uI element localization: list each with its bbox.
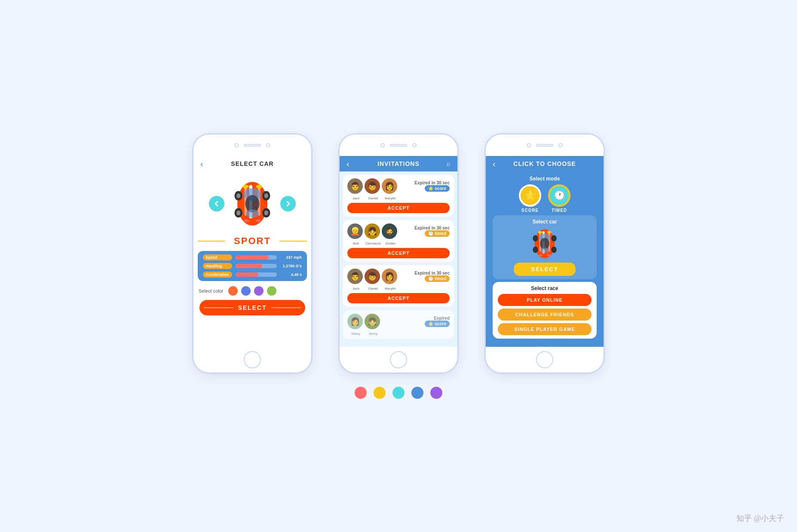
p1-color-label: Select color [199,288,223,294]
phone2-camera2 [412,143,417,147]
p2-name-clemance: Clemance [365,242,381,245]
svg-point-18 [264,211,268,215]
p2-badge-score-4: ⭐ score [425,321,450,327]
dot-red[interactable] [355,387,367,399]
p2-invite-info-1: Expired in 30 sec ⭐ score [399,180,450,192]
p1-speed-bar-bg [236,255,277,260]
p2-expired-2: Expired in 30 sec [414,226,450,230]
p2-names-1: Jack Daniel Marylin [347,196,450,200]
p3-timed-label: TIMED [552,208,567,213]
p1-handling-bar-bg [236,264,277,268]
p3-back-button[interactable]: ‹ [493,159,496,169]
p2-accept-btn-2[interactable]: ACCEPT [347,248,450,258]
p3-mode-row: ⭐ SCORE 🕐 TIMED [519,184,570,213]
p3-play-online-btn[interactable]: PLAY ONLINE [498,294,592,306]
phone1-top [193,135,311,156]
phone1-inner: ‹ SELECT CAR [193,156,311,347]
p2-accept-btn-1[interactable]: ACCEPT [347,203,450,213]
p3-mode-timed[interactable]: 🕐 TIMED [548,184,570,213]
svg-point-9 [244,219,249,222]
p2-badge-score-1: ⭐ score [425,185,450,192]
dot-yellow[interactable] [374,387,386,399]
p2-avatars-3: 👨 👦 👩 [347,269,397,284]
phone1-bottom [193,347,311,373]
svg-point-29 [547,254,551,256]
phone3-top [486,135,604,156]
p3-timed-icon[interactable]: 🕐 [548,184,570,207]
p2-name-jack-2: Jack [348,287,364,290]
phone2-home[interactable] [390,351,407,368]
p3-main: Select mode ⭐ SCORE 🕐 TIMED Select car [486,171,604,347]
p3-single-player-btn[interactable]: SINGLE PLAYER GAME [498,323,592,335]
p2-back-button[interactable]: ‹ [346,159,349,169]
p3-title: CLICK TO CHOOSE [513,160,576,167]
p1-accel-bar [236,272,258,277]
p2-search-icon[interactable]: ⌕ [446,160,451,168]
svg-point-30 [533,235,538,242]
color-blue[interactable] [241,286,251,296]
p1-right-line [279,241,307,242]
dot-teal[interactable] [392,387,405,399]
p2-name-marylin-2: Marylin [383,287,398,290]
avatar-daniel-1: 👦 [365,178,380,194]
p2-invite-card-2: 👱 👧 🧔 Expired in 30 sec 🕐 timed Bob Clem… [343,220,454,262]
phone2-camera [380,143,385,147]
p1-back-button[interactable]: ‹ [200,159,203,169]
phone2-content: ‹ INVITATIONS ⌕ 👨 👦 👩 Expired in 3 [340,156,457,347]
phone2-speaker [390,144,407,147]
color-orange[interactable] [228,286,238,296]
p2-invite-card-4: 👩 👧 Expired ⭐ score Marry Jenny [343,310,454,339]
p1-left-line [198,241,225,242]
p2-name-jenny: Jenny [365,332,381,336]
p3-race-section: Select race PLAY ONLINE CHALLENGE FRIEND… [493,282,597,339]
p3-car-image [527,226,562,261]
p3-select-mode-label: Select mode [530,176,560,182]
p1-header: ‹ SELECT CAR [193,156,311,171]
phone3-home[interactable] [536,351,553,368]
p2-avatars-4: 👩 👧 [347,314,380,329]
avatar-jack-2: 👨 [347,269,363,284]
p1-car-name: SPORT [234,235,271,247]
p2-names-3: Jack Daniel Marylin [347,287,450,290]
p2-invitation-list: 👨 👦 👩 Expired in 30 sec ⭐ score Jack Dan… [340,171,457,347]
p2-invite-top-3: 👨 👦 👩 Expired in 30 sec 🕐 timed [347,269,450,284]
p1-color-row: Select color [193,284,311,298]
p2-invite-info-3: Expired in 30 sec 🕐 timed [399,271,450,282]
p3-select-button[interactable]: SELECT [514,263,575,276]
p3-mode-score[interactable]: ⭐ SCORE [519,184,541,213]
phone3-content: ‹ CLICK TO CHOOSE Select mode ⭐ SCORE 🕐 … [486,156,604,347]
color-green[interactable] [267,286,276,296]
svg-point-8 [256,185,262,189]
p3-score-icon[interactable]: ⭐ [519,184,541,207]
p1-prev-arrow[interactable] [209,196,224,211]
p2-name-daniel-1: Daniel [365,196,381,200]
phone1-home[interactable] [244,351,261,368]
p2-invite-top-4: 👩 👧 Expired ⭐ score [347,314,450,329]
p2-expired-3: Expired in 30 sec [414,271,450,275]
p1-accel-label: Acceleration [203,272,232,278]
color-purple[interactable] [254,286,264,296]
p1-speed-label: Speed [203,254,232,260]
p1-next-arrow[interactable] [280,196,296,211]
dot-blue[interactable] [411,387,423,399]
svg-point-32 [533,247,538,253]
p2-avatars-1: 👨 👦 👩 [347,178,397,194]
p2-invite-top-2: 👱 👧 🧔 Expired in 30 sec 🕐 timed [347,223,450,239]
p1-stat-handling: Handling 1.2780 G's [203,263,302,269]
dot-purple[interactable] [430,387,442,399]
p2-invite-top-1: 👨 👦 👩 Expired in 30 sec ⭐ score [347,178,450,194]
avatar-marylin-2: 👩 [382,269,397,284]
p1-select-button[interactable]: SELECT [199,300,305,315]
p2-accept-btn-3[interactable]: ACCEPT [347,293,450,303]
phone3-camera2 [558,143,563,147]
p1-accel-bar-bg [236,272,277,277]
phone1-camera2 [266,143,270,147]
p2-name-jordan: Jordan [383,242,398,245]
p2-expired-1: Expired in 30 sec [414,180,450,185]
p2-title: INVITATIONS [377,160,420,167]
svg-point-10 [255,219,261,222]
p3-select-race-label: Select race [498,285,592,291]
phone-invitations: ‹ INVITATIONS ⌕ 👨 👦 👩 Expired in 3 [338,133,459,374]
p3-challenge-friends-btn[interactable]: CHALLENGE FRIENDS [498,309,592,321]
p2-names-2: Bob Clemance Jordan [347,242,450,245]
